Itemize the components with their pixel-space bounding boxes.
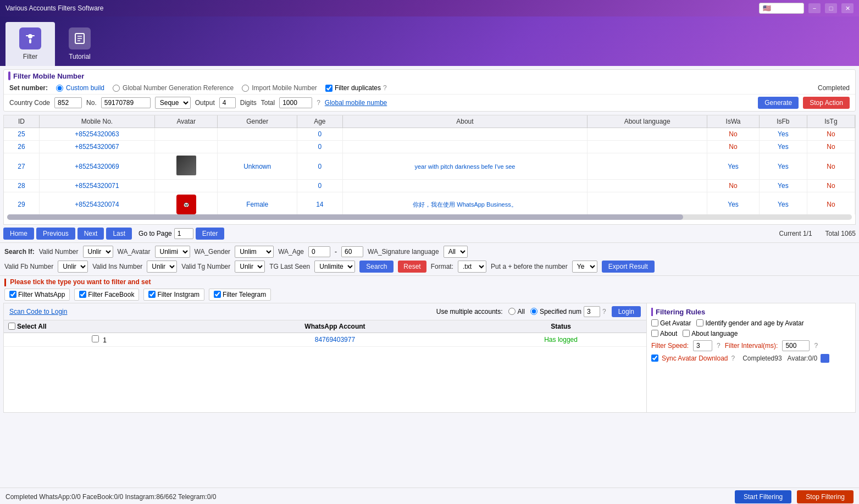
filter-duplicates-group[interactable]: Filter duplicates ?	[325, 84, 387, 92]
about-language-checkbox[interactable]	[683, 330, 690, 337]
get-avatar-checkbox[interactable]	[651, 319, 658, 326]
import-mobile-option[interactable]: Import Mobile Number	[242, 84, 317, 92]
valid-ins-label: Valid Ins Number	[92, 263, 142, 270]
export-button[interactable]: Export Result	[602, 261, 655, 273]
col-status: Status	[475, 320, 646, 333]
tab-filter[interactable]: Filter	[5, 22, 55, 66]
login-button[interactable]: Login	[612, 306, 641, 317]
filter-instagram-option[interactable]: Filter Instgram	[143, 289, 204, 301]
import-mobile-label: Import Mobile Number	[252, 84, 317, 92]
cell-about	[342, 128, 587, 141]
wa-avatar-select[interactable]: UnlimiYesNo	[155, 246, 190, 258]
generate-button[interactable]: Generate	[758, 97, 799, 109]
col-gender: Gender	[218, 115, 297, 128]
filter-whatsapp-checkbox[interactable]	[9, 291, 16, 298]
next-button[interactable]: Next	[77, 228, 104, 240]
about-language-option[interactable]: About language	[683, 330, 738, 337]
format-select[interactable]: .txt.csv	[458, 261, 486, 273]
filter-tab-label: Filter	[23, 53, 38, 60]
search-row-2: Valid Fb Number UnlirYesNo Valid Ins Num…	[4, 261, 855, 273]
specified-radio-option[interactable]: Specified num ?	[530, 306, 606, 317]
wa-age-min-input[interactable]	[308, 246, 330, 257]
wa-age-max-input[interactable]	[341, 246, 363, 257]
account-number: 1	[103, 336, 107, 344]
home-button[interactable]: Home	[3, 228, 34, 240]
search-button[interactable]: Search	[359, 261, 394, 273]
filter-telegram-option[interactable]: Filter Telegram	[209, 289, 271, 301]
filter-telegram-checkbox[interactable]	[214, 291, 221, 298]
scan-code-label[interactable]: Scan Code to Login	[9, 308, 67, 315]
status-bar: Completed WhatsApp:0/0 FaceBook:0/0 Inst…	[0, 488, 859, 504]
start-filtering-button[interactable]: Start Filtering	[735, 490, 791, 503]
filter-instagram-checkbox[interactable]	[148, 291, 156, 298]
about-option[interactable]: About	[651, 330, 677, 337]
reset-button[interactable]: Reset	[398, 261, 426, 273]
identify-gender-label: Identify gender and age by Avatar	[705, 319, 803, 327]
all-radio-option[interactable]: All	[508, 308, 525, 315]
valid-number-select[interactable]: UnlirYesNo	[83, 246, 113, 258]
wa-gender-label: WA_Gender	[195, 248, 231, 256]
filter-whatsapp-option[interactable]: Filter WhatsApp	[4, 289, 70, 301]
cell-about: year with pitch darkness befe I've see	[342, 153, 587, 180]
account-checkbox[interactable]	[92, 335, 99, 342]
filter-checkboxes: Filter WhatsApp Filter FaceBook Filter I…	[4, 289, 855, 301]
sync-avatar-row: Sync Avatar Download ? Completed93 Avata…	[651, 354, 851, 363]
cell-avatar	[155, 180, 218, 192]
previous-button[interactable]: Previous	[36, 228, 75, 240]
filter-facebook-option[interactable]: Filter FaceBook	[74, 289, 139, 301]
page-number-input[interactable]	[174, 228, 193, 239]
set-number-row: Set number: Custom build Global Number G…	[4, 82, 855, 95]
sequence-select[interactable]: Seque	[155, 97, 191, 109]
wa-sig-lang-select[interactable]: All	[444, 246, 468, 258]
cell-gender: Female	[218, 192, 297, 215]
table-wrapper: ID Mobile No. Avatar Gender Age About Ab…	[4, 115, 855, 214]
valid-tg-select[interactable]: UnlirYesNo	[235, 261, 265, 273]
total-input[interactable]	[279, 97, 312, 108]
format-label: Format:	[431, 263, 453, 270]
stop-action-button[interactable]: Stop Action	[803, 97, 850, 109]
table-header: ID Mobile No. Avatar Gender Age About Ab…	[4, 115, 855, 128]
about-checkbox[interactable]	[651, 330, 658, 337]
filter-duplicates-checkbox[interactable]	[325, 85, 332, 92]
global-number-option[interactable]: Global Number Generation Reference	[113, 84, 234, 92]
country-code-input[interactable]	[54, 97, 82, 108]
col-isfb: IsFb	[759, 115, 807, 128]
minimize-button[interactable]: −	[808, 3, 821, 13]
horizontal-scrollbar[interactable]	[7, 214, 852, 220]
select-all-checkbox[interactable]	[8, 323, 15, 330]
global-number-label: Global Number Generation Reference	[123, 84, 234, 92]
get-avatar-option[interactable]: Get Avatar	[651, 319, 691, 327]
close-button[interactable]: ✕	[841, 3, 854, 13]
global-mobile-link[interactable]: Global mobile numbe	[325, 99, 387, 107]
number-input[interactable]	[101, 97, 151, 108]
col-id: ID	[4, 115, 39, 128]
filter-interval-input[interactable]	[782, 340, 810, 351]
valid-ins-select[interactable]: UnlirYesNo	[147, 261, 177, 273]
wa-gender-select[interactable]: UnlimMaleFemale	[235, 246, 274, 258]
scrollbar-thumb[interactable]	[7, 214, 683, 220]
filtering-rules-panel: Filtering Rules Get Avatar Identify gend…	[647, 303, 856, 413]
language-selector[interactable]: 🇺🇸 English ▾	[759, 3, 804, 14]
filter-facebook-checkbox[interactable]	[79, 291, 86, 298]
nav-tabs: Filter Tutorial	[0, 16, 859, 66]
last-button[interactable]: Last	[106, 228, 132, 240]
valid-fb-select[interactable]: UnlirYesNo	[58, 261, 88, 273]
cell-id: 26	[4, 141, 39, 153]
output-input[interactable]	[219, 97, 236, 108]
enter-button[interactable]: Enter	[196, 228, 225, 240]
specified-num-input[interactable]	[584, 306, 600, 317]
cell-age: 0	[297, 153, 342, 180]
col-whatsapp-account: WhatsApp Account	[195, 320, 475, 333]
tab-tutorial[interactable]: Tutorial	[55, 22, 104, 66]
maximize-button[interactable]: □	[825, 3, 837, 13]
custom-build-option[interactable]: Custom build	[56, 84, 104, 92]
tg-last-seen-select[interactable]: Unlimite	[314, 261, 355, 273]
identify-gender-checkbox[interactable]	[696, 319, 703, 326]
put-plus-select[interactable]: YeNo	[572, 261, 597, 273]
sync-avatar-checkbox[interactable]	[651, 355, 658, 362]
stop-filtering-button[interactable]: Stop Filtering	[797, 490, 854, 503]
cell-id: 27	[4, 153, 39, 180]
filter-speed-input[interactable]	[693, 340, 712, 351]
identify-gender-option[interactable]: Identify gender and age by Avatar	[696, 319, 803, 327]
cell-isfb: Yes	[759, 153, 807, 180]
